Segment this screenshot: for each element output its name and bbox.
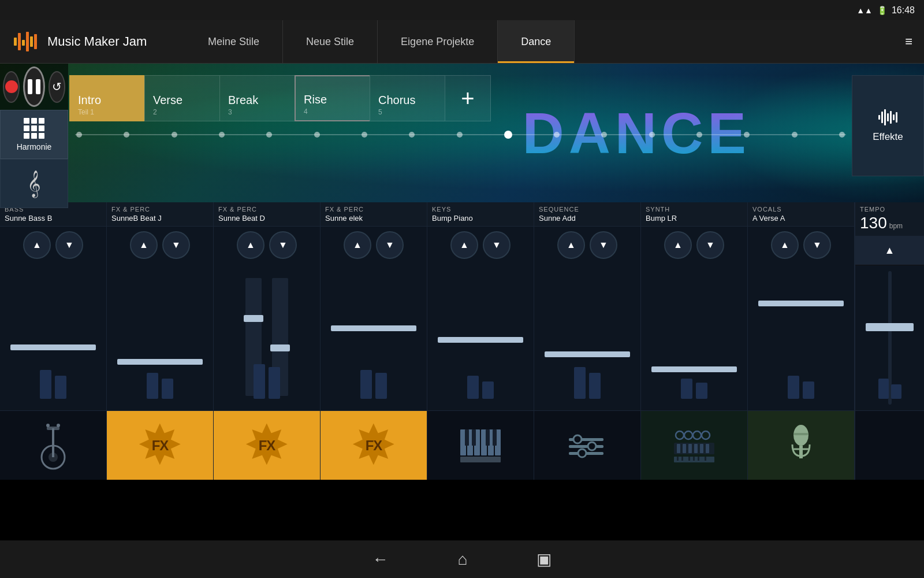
vocals-level-bars — [788, 376, 814, 399]
keys-fader-handle[interactable] — [438, 337, 523, 343]
channel-synth-instrument[interactable] — [641, 410, 747, 480]
channel-seq-instrument[interactable] — [534, 410, 640, 480]
channel-fx3-fader[interactable] — [321, 264, 427, 410]
keys-up-button[interactable]: ▲ — [450, 231, 478, 259]
tab-dance[interactable]: Dance — [498, 20, 575, 63]
fx2-up-button[interactable]: ▲ — [237, 231, 264, 259]
fx3-up-button[interactable]: ▲ — [344, 231, 371, 259]
nav-tabs: Meine Stile Neue Stile Eigene Projekte D… — [185, 20, 893, 63]
channel-fx1-instrument[interactable]: ✸ FX — [107, 410, 213, 480]
segment-rise-num: 4 — [304, 108, 308, 116]
progress-dot-3[interactable] — [219, 132, 225, 138]
vocals-down-button[interactable]: ▼ — [803, 231, 831, 259]
segment-chorus[interactable]: Chorus 5 — [370, 75, 445, 121]
fx3-down-button[interactable]: ▼ — [376, 231, 404, 259]
channel-keys-instrument[interactable] — [427, 410, 534, 480]
home-button[interactable]: ⌂ — [458, 550, 468, 569]
pause-button[interactable] — [23, 66, 45, 107]
tab-eigene-projekte[interactable]: Eigene Projekte — [378, 20, 498, 63]
back-button[interactable]: ← — [372, 550, 389, 569]
tempo-fader-area[interactable] — [855, 265, 924, 410]
channel-seq-fader[interactable] — [534, 264, 640, 410]
vocals-up-button[interactable]: ▲ — [771, 231, 799, 259]
progress-dot-15[interactable] — [792, 132, 798, 138]
channel-fx2-fader[interactable] — [214, 264, 320, 410]
fx1-down-button[interactable]: ▼ — [162, 231, 190, 259]
progress-dot-13[interactable] — [696, 132, 702, 138]
fx2-down-button[interactable]: ▼ — [269, 231, 297, 259]
replay-button[interactable]: ↺ — [49, 71, 65, 103]
bass-down-button[interactable]: ▼ — [55, 231, 83, 259]
seq-up-button[interactable]: ▲ — [557, 231, 585, 259]
fx2-fader-left[interactable] — [244, 315, 264, 322]
bass-up-button[interactable]: ▲ — [23, 231, 51, 259]
home-icon: ⌂ — [458, 550, 468, 568]
progress-dot-9[interactable] — [504, 131, 512, 139]
tab-meine-stile[interactable]: Meine Stile — [185, 20, 283, 63]
channel-bass-fader[interactable] — [0, 264, 106, 410]
progress-dot-4[interactable] — [266, 132, 272, 138]
recent-button[interactable]: ▣ — [536, 550, 552, 569]
progress-dot-10[interactable] — [554, 132, 560, 138]
record-button[interactable] — [3, 71, 20, 103]
synth-fader-handle[interactable] — [651, 366, 736, 372]
progress-dot-1[interactable] — [124, 132, 129, 138]
music-note-button[interactable]: 𝄞 — [0, 159, 68, 208]
progress-dot-12[interactable] — [649, 132, 655, 138]
add-icon: + — [461, 87, 474, 110]
channel-vocals-fader[interactable] — [748, 264, 854, 410]
harmonie-button[interactable]: Harmonie — [0, 110, 68, 159]
progress-dot-2[interactable] — [172, 132, 177, 138]
segment-intro[interactable]: Intro Teil 1 — [69, 75, 144, 121]
svg-rect-36 — [677, 444, 680, 453]
channel-keys-fader[interactable] — [427, 264, 534, 410]
channel-vocals-instrument[interactable] — [748, 410, 854, 480]
progress-dot-7[interactable] — [409, 132, 415, 138]
channel-fx1-fader[interactable] — [107, 264, 213, 410]
fx1-up-button[interactable]: ▲ — [130, 231, 158, 259]
segment-rise[interactable]: Rise 4 — [295, 75, 370, 121]
tab-neue-stile[interactable]: Neue Stile — [283, 20, 378, 63]
synth-up-button[interactable]: ▲ — [664, 231, 692, 259]
vocals-fader-handle[interactable] — [758, 301, 843, 306]
fx3-fader-handle[interactable] — [331, 325, 416, 331]
progress-dot-14[interactable] — [744, 132, 750, 138]
add-segment-button[interactable]: + — [445, 75, 491, 121]
channel-keys-header: KEYS Bump Piano — [427, 202, 534, 227]
channel-fx3-name: Sunne elek — [325, 214, 422, 223]
synth-icon — [671, 427, 717, 464]
status-bar: ▲▲ 🔋 16:48 — [0, 0, 924, 20]
channel-fx2-instrument[interactable]: ✸ FX — [214, 410, 320, 480]
synth-down-button[interactable]: ▼ — [696, 231, 724, 259]
channel-fx3-instrument[interactable]: ✸ FX — [321, 410, 427, 480]
fx1-fader-handle[interactable] — [117, 359, 202, 365]
fx2-fader-right[interactable] — [270, 344, 290, 351]
progress-dot-11[interactable] — [601, 132, 607, 138]
segment-verse[interactable]: Verse 2 — [144, 75, 219, 121]
progress-dot-8[interactable] — [457, 132, 463, 138]
keys-up-icon: ▲ — [460, 240, 469, 250]
progress-dot-6[interactable] — [362, 132, 367, 138]
channel-synth-fader[interactable] — [641, 264, 747, 410]
progress-dot-16[interactable] — [839, 132, 845, 138]
logo-area: Music Maker Jam — [0, 27, 185, 56]
tempo-arrow-up[interactable]: ▲ — [855, 236, 924, 265]
channel-bass-instrument[interactable] — [0, 410, 106, 480]
menu-button[interactable]: ≡ — [893, 34, 924, 49]
seq-down-button[interactable]: ▼ — [590, 231, 617, 259]
progress-dot-0[interactable] — [76, 132, 82, 138]
channel-synth-header: SYNTH Bump LR — [641, 202, 747, 227]
progress-dot-5[interactable] — [314, 132, 320, 138]
seq-fader-handle[interactable] — [545, 351, 629, 357]
effekte-button[interactable]: Effekte — [852, 75, 924, 176]
segment-break[interactable]: Break 3 — [219, 75, 295, 121]
svg-point-28 — [573, 435, 582, 443]
tempo-instrument[interactable] — [855, 410, 924, 480]
tempo-fader-handle[interactable] — [866, 323, 914, 331]
bass-fader-handle[interactable] — [10, 344, 95, 350]
synth-up-icon: ▲ — [673, 240, 683, 250]
seq-up-icon: ▲ — [567, 240, 576, 250]
channel-fx2-header: FX & PERC Sunne Beat D — [214, 202, 320, 227]
channel-vocals-name: A Verse A — [752, 214, 850, 223]
keys-down-button[interactable]: ▼ — [483, 231, 511, 259]
